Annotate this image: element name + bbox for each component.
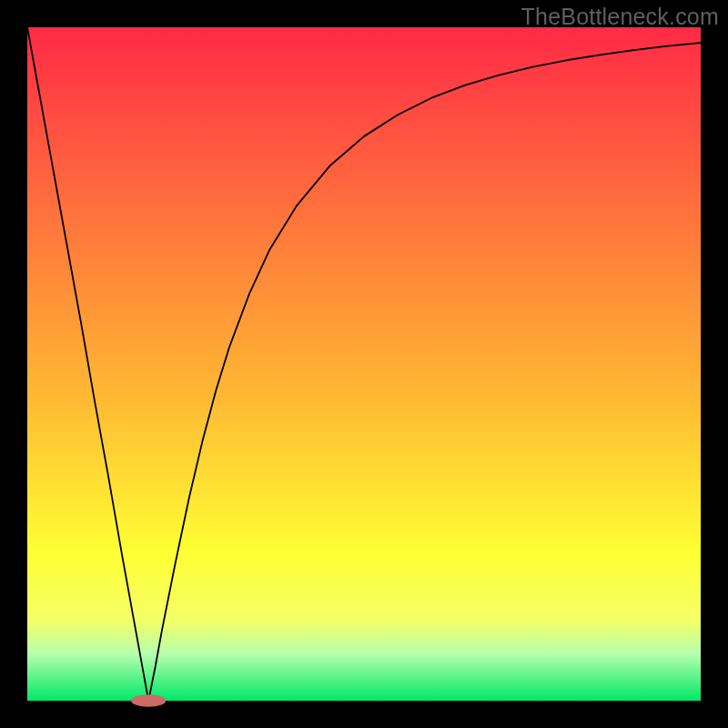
chart-container: TheBottleneck.com — [0, 0, 728, 728]
chart-svg — [0, 0, 728, 728]
minimum-marker — [131, 694, 166, 706]
watermark: TheBottleneck.com — [521, 4, 719, 30]
chart-background — [27, 27, 701, 701]
